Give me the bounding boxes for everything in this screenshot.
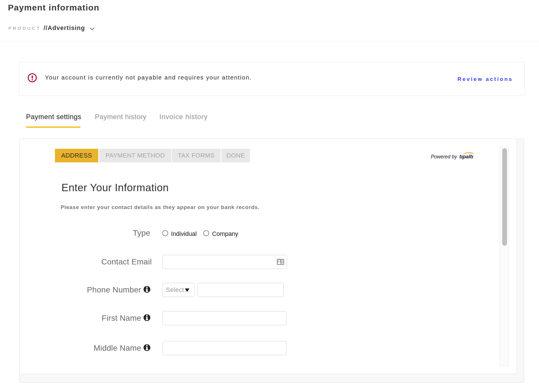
svg-text:Powered by: Powered by — [431, 154, 457, 160]
svg-text:tıpaltı: tıpaltı — [459, 154, 473, 160]
